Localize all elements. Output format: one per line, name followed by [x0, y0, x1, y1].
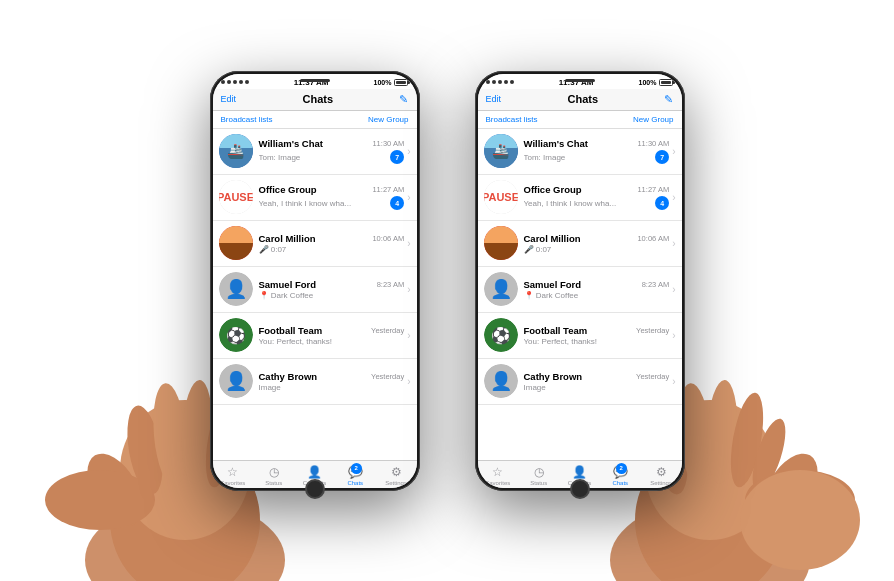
left-action-bar: Broadcast lists New Group	[213, 111, 417, 129]
left-chevron-office: ›	[407, 192, 410, 203]
right-chats-label: Chats	[612, 480, 628, 486]
left-signal-dots	[221, 80, 249, 84]
right-ship-avatar: 🚢	[484, 134, 518, 168]
right-home-button[interactable]	[570, 479, 590, 499]
left-name-samuel: Samuel Ford	[259, 279, 317, 290]
left-nav-bar: Edit Chats ✎	[213, 89, 417, 111]
left-content-carol: Carol Million 10:06 AM 🎤 0:07	[259, 233, 405, 254]
left-chat-football[interactable]: ⚽ Football Team Yesterday You: Perfect, …	[213, 313, 417, 359]
left-avatar-samuel: 👤	[219, 272, 253, 306]
left-top-carol: Carol Million 10:06 AM	[259, 233, 405, 244]
left-status-icon: ◷	[269, 465, 279, 479]
right-name-cathy: Cathy Brown	[524, 371, 583, 382]
left-broadcast-button[interactable]: Broadcast lists	[221, 115, 273, 124]
phone-left-screen: 11:37 AM 100% Edit Chats ✎	[213, 74, 417, 488]
right-chats-badge: 2	[616, 463, 627, 474]
right-avatar-office: PAUSE	[484, 180, 518, 214]
right-settings-label: Settings	[650, 480, 672, 486]
right-bottom-williams: Tom: Image 7	[524, 150, 670, 164]
left-content-football: Football Team Yesterday You: Perfect, th…	[259, 325, 405, 346]
left-newgroup-button[interactable]: New Group	[368, 115, 408, 124]
right-broadcast-button[interactable]: Broadcast lists	[486, 115, 538, 124]
right-chat-football[interactable]: ⚽ Football Team Yesterday You: Perfect, …	[478, 313, 682, 359]
left-tab-favorites[interactable]: ☆ Favorites	[213, 465, 254, 486]
right-person-avatar-cathy: 👤	[484, 364, 518, 398]
svg-point-20	[740, 470, 860, 570]
right-chevron-samuel: ›	[672, 284, 675, 295]
left-person-avatar-cathy: 👤	[219, 364, 253, 398]
right-tab-chats[interactable]: 2 💬 Chats	[600, 465, 641, 486]
right-tab-settings[interactable]: ⚙ Settings	[641, 465, 682, 486]
right-woman-avatar	[484, 226, 518, 260]
right-chat-office[interactable]: PAUSE Office Group 11:27 AM Yeah, I thin…	[478, 175, 682, 221]
left-battery-label: 100%	[374, 79, 392, 86]
signal-dot-3	[233, 80, 237, 84]
left-name-carol: Carol Million	[259, 233, 316, 244]
left-battery-fill	[396, 81, 406, 84]
right-chat-samuel[interactable]: 👤 Samuel Ford 8:23 AM 📍 Dark Coffee	[478, 267, 682, 313]
left-pause-avatar: PAUSE	[219, 180, 253, 214]
right-chat-carol[interactable]: Carol Million 10:06 AM 🎤 0:07 ›	[478, 221, 682, 267]
right-favorites-icon: ☆	[492, 465, 503, 479]
left-speaker	[300, 79, 330, 82]
left-avatar-carol	[219, 226, 253, 260]
left-edit-button[interactable]: Edit	[221, 94, 237, 104]
right-newgroup-button[interactable]: New Group	[633, 115, 673, 124]
left-preview-office: Yeah, I think I know wha...	[259, 199, 391, 208]
left-bottom-carol: 🎤 0:07	[259, 245, 405, 254]
left-chevron-football: ›	[407, 330, 410, 341]
left-time-carol: 10:06 AM	[372, 234, 404, 243]
left-preview-cathy: Image	[259, 383, 405, 392]
right-tab-status[interactable]: ◷ Status	[518, 465, 559, 486]
left-chat-cathy[interactable]: 👤 Cathy Brown Yesterday Image	[213, 359, 417, 405]
left-status-right: 100%	[374, 79, 409, 86]
left-bottom-samuel: 📍 Dark Coffee	[259, 291, 405, 300]
right-badge-williams: 7	[655, 150, 669, 164]
left-name-office: Office Group	[259, 184, 317, 195]
right-pause-avatar: PAUSE	[484, 180, 518, 214]
phone-right-screen: 11:37 AM 100% Edit Chats ✎	[478, 74, 682, 488]
right-chat-williams[interactable]: 🚢 William's Chat 11:30 AM Tom: Image 7	[478, 129, 682, 175]
left-chat-samuel[interactable]: 👤 Samuel Ford 8:23 AM 📍 Dark Coffee	[213, 267, 417, 313]
left-chat-carol[interactable]: Carol Million 10:06 AM 🎤 0:07 ›	[213, 221, 417, 267]
left-tab-status[interactable]: ◷ Status	[253, 465, 294, 486]
right-chevron-williams: ›	[672, 146, 675, 157]
right-battery-icon	[659, 79, 673, 86]
left-tab-settings[interactable]: ⚙ Settings	[376, 465, 417, 486]
left-chevron-samuel: ›	[407, 284, 410, 295]
right-status-icon: ◷	[534, 465, 544, 479]
right-chat-cathy[interactable]: 👤 Cathy Brown Yesterday Image	[478, 359, 682, 405]
right-avatar-football: ⚽	[484, 318, 518, 352]
right-chat-list: 🚢 William's Chat 11:30 AM Tom: Image 7	[478, 129, 682, 460]
right-preview-cathy: Image	[524, 383, 670, 392]
left-time-football: Yesterday	[371, 326, 404, 335]
right-time-samuel: 8:23 AM	[642, 280, 670, 289]
right-chevron-football: ›	[672, 330, 675, 341]
right-avatar-samuel: 👤	[484, 272, 518, 306]
left-battery-icon	[394, 79, 408, 86]
right-signal-dot-5	[510, 80, 514, 84]
right-action-bar: Broadcast lists New Group	[478, 111, 682, 129]
left-top-football: Football Team Yesterday	[259, 325, 405, 336]
left-tab-chats[interactable]: 2 💬 Chats	[335, 465, 376, 486]
left-compose-button[interactable]: ✎	[399, 93, 408, 106]
right-tab-favorites[interactable]: ☆ Favorites	[478, 465, 519, 486]
left-badge-williams: 7	[390, 150, 404, 164]
left-avatar-office: PAUSE	[219, 180, 253, 214]
left-woman-avatar	[219, 226, 253, 260]
left-home-button[interactable]	[305, 479, 325, 499]
right-bottom-cathy: Image	[524, 383, 670, 392]
left-bottom-williams: Tom: Image 7	[259, 150, 405, 164]
left-chat-williams[interactable]: 🚢 William's Chat 11:30 AM Tom: Image 7	[213, 129, 417, 175]
left-name-football: Football Team	[259, 325, 323, 336]
right-top-football: Football Team Yesterday	[524, 325, 670, 336]
left-favorites-label: Favorites	[221, 480, 246, 486]
right-status-label: Status	[530, 480, 547, 486]
left-chevron-carol: ›	[407, 238, 410, 249]
left-preview-football: You: Perfect, thanks!	[259, 337, 405, 346]
right-preview-football: You: Perfect, thanks!	[524, 337, 670, 346]
left-chat-office[interactable]: PAUSE Office Group 11:27 AM Yeah, I thin…	[213, 175, 417, 221]
left-top-williams: William's Chat 11:30 AM	[259, 138, 405, 149]
right-edit-button[interactable]: Edit	[486, 94, 502, 104]
right-compose-button[interactable]: ✎	[664, 93, 673, 106]
